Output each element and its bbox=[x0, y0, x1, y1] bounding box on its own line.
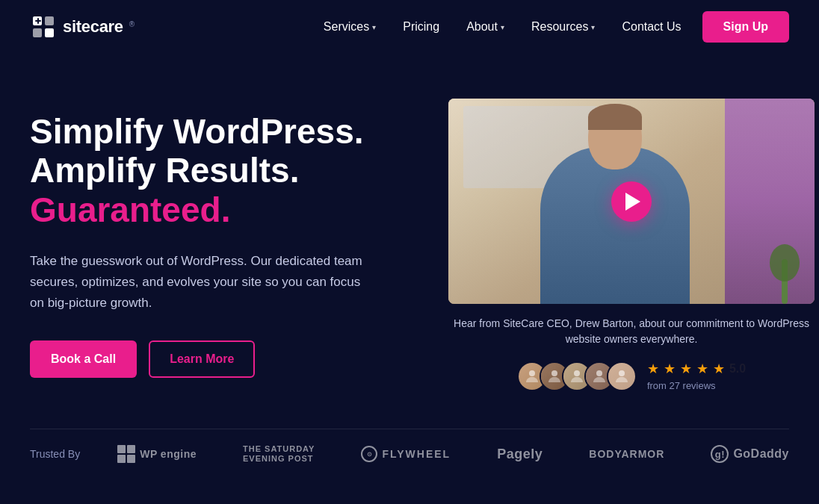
nav-about[interactable]: About ▾ bbox=[454, 14, 516, 40]
svg-point-8 bbox=[596, 370, 602, 376]
svg-point-6 bbox=[551, 370, 557, 376]
trusted-label: Trusted By bbox=[30, 448, 80, 460]
video-plant bbox=[762, 214, 807, 304]
godaddy-text: GoDaddy bbox=[733, 447, 789, 461]
avatar-person-4-icon bbox=[590, 367, 608, 385]
bodyarmor-text: BODYARMOR bbox=[589, 448, 664, 460]
hero-content-left: Simplify WordPress. Amplify Results. Gua… bbox=[30, 112, 404, 379]
wpengine-text: WP engine bbox=[140, 448, 197, 460]
pagely-text: Pagely bbox=[497, 447, 543, 462]
star-4-icon: ★ bbox=[696, 361, 708, 377]
hero-description: Take the guesswork out of WordPress. Our… bbox=[30, 251, 374, 314]
hero-content-right: Hear from SiteCare CEO, Drew Barton, abo… bbox=[448, 99, 815, 391]
saturday-post-text: THE SATURDAYEVENING POST bbox=[243, 444, 315, 464]
wpengine-logo: WP engine bbox=[117, 445, 197, 463]
nav-contact-us[interactable]: Contact Us bbox=[610, 14, 693, 40]
plant-leaves bbox=[770, 244, 800, 281]
video-scene bbox=[448, 99, 815, 304]
logo-text: sitecare bbox=[63, 17, 123, 37]
review-count: from 27 reviews bbox=[647, 380, 746, 391]
nav-services[interactable]: Services ▾ bbox=[312, 14, 388, 40]
video-jacket bbox=[540, 147, 690, 304]
star-5-icon: ★ bbox=[713, 361, 725, 377]
nav-right: Contact Us Sign Up bbox=[610, 11, 789, 43]
video-hair bbox=[588, 104, 642, 130]
saturday-post-logo: THE SATURDAYEVENING POST bbox=[243, 444, 315, 464]
svg-point-5 bbox=[529, 370, 535, 376]
sign-up-button[interactable]: Sign Up bbox=[702, 11, 789, 43]
avatar-5 bbox=[607, 361, 637, 391]
avatar-person-2-icon bbox=[546, 367, 563, 385]
review-info: ★ ★ ★ ★ ★ 5.0 from 27 reviews bbox=[647, 361, 746, 391]
resources-chevron-icon: ▾ bbox=[591, 23, 595, 31]
reviews-row: ★ ★ ★ ★ ★ 5.0 from 27 reviews bbox=[517, 361, 746, 391]
about-chevron-icon: ▾ bbox=[501, 23, 504, 31]
book-call-button[interactable]: Book a Call bbox=[30, 340, 137, 378]
svg-point-7 bbox=[574, 370, 580, 376]
svg-point-9 bbox=[619, 370, 625, 376]
hero-section: Simplify WordPress. Amplify Results. Gua… bbox=[0, 54, 819, 429]
flywheel-text: FLYWHEEL bbox=[382, 448, 451, 460]
wpengine-grid-icon bbox=[117, 445, 135, 463]
star-3-icon: ★ bbox=[680, 361, 692, 377]
pagely-logo: Pagely bbox=[497, 447, 543, 462]
video-caption: Hear from SiteCare CEO, Drew Barton, abo… bbox=[452, 316, 811, 347]
bodyarmor-logo: BODYARMOR bbox=[589, 448, 664, 460]
trusted-logos: WP engine THE SATURDAYEVENING POST ⊙ FLY… bbox=[117, 444, 789, 464]
main-nav: Services ▾ Pricing About ▾ Resources ▾ C… bbox=[312, 11, 789, 43]
review-score: 5.0 bbox=[729, 362, 746, 376]
star-1-icon: ★ bbox=[647, 361, 659, 377]
trusted-section: Trusted By WP engine THE SATURDAYEVENING… bbox=[0, 429, 819, 479]
play-triangle-icon bbox=[625, 193, 640, 211]
video-play-button[interactable] bbox=[611, 181, 652, 222]
svg-rect-3 bbox=[33, 28, 42, 37]
godaddy-g-icon: g! bbox=[711, 445, 729, 463]
hero-title: Simplify WordPress. Amplify Results. Gua… bbox=[30, 112, 404, 231]
svg-rect-4 bbox=[45, 28, 54, 37]
hero-buttons: Book a Call Learn More bbox=[30, 340, 404, 378]
logo[interactable]: sitecare ® bbox=[30, 13, 135, 40]
flywheel-circle-icon: ⊙ bbox=[361, 446, 377, 462]
avatar-person-icon bbox=[523, 367, 541, 385]
avatar-group bbox=[517, 361, 637, 391]
avatar-person-5-icon bbox=[613, 367, 631, 385]
video-face bbox=[588, 104, 642, 169]
star-2-icon: ★ bbox=[664, 361, 676, 377]
services-chevron-icon: ▾ bbox=[372, 23, 376, 31]
svg-rect-2 bbox=[45, 16, 54, 25]
avatar-person-3-icon bbox=[568, 367, 586, 385]
nav-resources[interactable]: Resources ▾ bbox=[519, 14, 607, 40]
logo-icon bbox=[30, 13, 57, 40]
video-container[interactable] bbox=[448, 99, 815, 304]
flywheel-logo: ⊙ FLYWHEEL bbox=[361, 446, 451, 462]
header: sitecare ® Services ▾ Pricing About ▾ Re… bbox=[0, 0, 819, 54]
nav-pricing[interactable]: Pricing bbox=[391, 14, 451, 40]
learn-more-button[interactable]: Learn More bbox=[149, 340, 255, 378]
stars-row: ★ ★ ★ ★ ★ 5.0 bbox=[647, 361, 746, 377]
godaddy-logo: g! GoDaddy bbox=[711, 445, 789, 463]
